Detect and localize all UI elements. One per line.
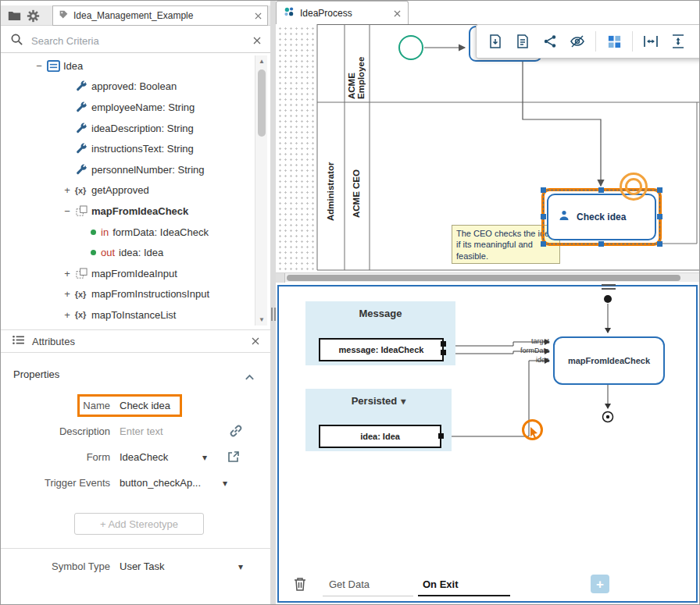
close-icon[interactable] xyxy=(252,334,259,348)
tab-on-exit[interactable]: On Exit xyxy=(423,578,459,590)
trigger-events-value[interactable]: button_checkAp... xyxy=(120,477,201,489)
scrollbar-thumb[interactable] xyxy=(258,69,266,137)
output-port[interactable] xyxy=(438,433,444,439)
form-dropdown-icon[interactable] xyxy=(202,451,207,463)
name-label: Name xyxy=(1,400,110,411)
tree-item-parameter[interactable]: out idea: Idea xyxy=(1,242,254,263)
script-icon: {x} xyxy=(73,186,88,195)
tab-get-data[interactable]: Get Data xyxy=(329,578,370,590)
tree-item-attribute[interactable]: instructionsText: String xyxy=(1,138,254,159)
lane-label-acme-employee[interactable]: ACME Employee xyxy=(348,30,365,99)
property-row-description: Description Enter text xyxy=(1,421,270,443)
collapse-icon[interactable]: − xyxy=(34,60,45,72)
name-value[interactable]: Check idea xyxy=(120,400,170,411)
persisted-item[interactable]: idea: Idea xyxy=(319,425,441,448)
selection-handle[interactable] xyxy=(598,241,604,247)
document-icon[interactable] xyxy=(513,32,532,51)
diagram-tab[interactable]: IdeaProcess xyxy=(276,1,409,24)
add-stereotype-button[interactable]: + Add Stereotype xyxy=(74,513,204,535)
output-port[interactable] xyxy=(441,341,446,347)
trigger-dropdown-icon[interactable] xyxy=(223,477,227,489)
fit-height-icon[interactable] xyxy=(669,32,688,51)
selection-handle[interactable] xyxy=(598,187,604,193)
scrollbar-thumb[interactable] xyxy=(287,275,680,281)
scroll-up-icon[interactable]: ▲ xyxy=(255,58,268,65)
layout-grid-icon[interactable] xyxy=(605,32,623,51)
expand-icon[interactable]: + xyxy=(62,268,73,279)
selection-handle[interactable] xyxy=(541,187,546,193)
tree-item-idea[interactable]: − Idea xyxy=(1,55,254,77)
right-panel: IdeaProcess xyxy=(276,1,700,605)
gear-icon[interactable] xyxy=(26,9,40,23)
selection-handle[interactable] xyxy=(657,241,662,247)
property-row-name: Name Check idea xyxy=(1,395,270,417)
description-field[interactable]: Enter text xyxy=(120,425,163,437)
link-icon[interactable] xyxy=(229,424,243,440)
wrench-icon xyxy=(74,143,88,155)
trash-icon[interactable] xyxy=(293,576,307,592)
expand-icon[interactable]: + xyxy=(62,288,73,300)
refresh-icon[interactable] xyxy=(696,32,700,51)
selection-handle[interactable] xyxy=(541,241,546,247)
canvas-horizontal-scrollbar[interactable] xyxy=(276,272,700,282)
clear-search-icon[interactable] xyxy=(253,34,261,48)
close-icon[interactable] xyxy=(394,6,401,20)
tree-item-operation[interactable]: + {x} mapFromInstructionsInput xyxy=(1,284,254,305)
property-row-trigger-events: Trigger Events button_checkAp... xyxy=(1,472,270,494)
property-row-form: Form IdeaCheck xyxy=(1,447,270,468)
mapping-icon xyxy=(74,267,88,279)
folder-icon[interactable] xyxy=(7,9,21,23)
pool-label-administrator[interactable]: Administrator xyxy=(322,140,339,243)
tree-item-attribute[interactable]: approved: Boolean xyxy=(1,77,254,98)
selection-handle[interactable] xyxy=(657,187,662,193)
wrench-icon xyxy=(74,122,88,134)
share-icon[interactable] xyxy=(541,32,559,51)
tree-item-label: Idea xyxy=(63,60,83,72)
tree-item-mapping[interactable]: − mapFromIdeaCheck xyxy=(1,201,254,222)
port-label-target: target xyxy=(509,337,549,345)
tree-item-operation[interactable]: + {x} mapToInstanceList xyxy=(1,304,254,326)
persisted-dropdown-icon[interactable] xyxy=(401,395,405,407)
tree-item-operation[interactable]: + {x} getApproved xyxy=(1,180,254,201)
bpmn-canvas[interactable]: ACME Employee Administrator ACME CEO The… xyxy=(276,24,700,272)
hide-icon[interactable] xyxy=(568,32,587,51)
collapse-icon[interactable]: − xyxy=(62,205,73,217)
user-task-check-idea[interactable]: Check idea xyxy=(547,194,656,240)
fit-width-icon[interactable] xyxy=(641,32,660,51)
lane-label-acme-ceo[interactable]: ACME CEO xyxy=(348,146,365,241)
symbol-type-value[interactable]: User Task xyxy=(120,561,165,572)
wrench-icon xyxy=(74,163,88,176)
export-document-icon[interactable] xyxy=(486,32,505,51)
tree-item-parameter[interactable]: in formData: IdeaCheck xyxy=(1,222,254,243)
tree-item-attribute[interactable]: employeeName: String xyxy=(1,97,254,118)
add-tab-button[interactable]: + xyxy=(591,575,609,593)
task-label: Check idea xyxy=(577,212,626,222)
expand-icon[interactable]: + xyxy=(62,184,73,196)
tree-scrollbar[interactable]: ▲ ▼ xyxy=(255,55,267,326)
tree-item-attribute[interactable]: personnelNumber: String xyxy=(1,159,254,180)
selection-handle[interactable] xyxy=(541,214,546,219)
tree-item-mapping[interactable]: + mapFromIdeaInput xyxy=(1,263,254,284)
class-icon xyxy=(46,59,60,72)
expand-icon[interactable]: + xyxy=(62,309,73,321)
tree-item-label: idea: Idea xyxy=(119,247,163,258)
message-item[interactable]: message: IdeaCheck xyxy=(319,338,444,361)
port-label-idea: idea xyxy=(509,356,549,364)
external-link-icon[interactable] xyxy=(227,450,240,465)
tree-item-attribute[interactable]: ideaDescription: String xyxy=(1,118,254,139)
chevron-up-icon[interactable] xyxy=(245,370,255,384)
close-icon[interactable] xyxy=(255,9,262,23)
mapping-node[interactable]: mapFromIdeaCheck xyxy=(553,336,665,385)
form-value[interactable]: IdeaCheck xyxy=(120,451,168,463)
direction-label: out xyxy=(101,247,115,258)
selection-handle[interactable] xyxy=(657,214,662,219)
output-port[interactable] xyxy=(441,350,446,355)
scroll-down-icon[interactable]: ▼ xyxy=(255,316,268,323)
model-tab[interactable]: Idea_Management_Example xyxy=(52,5,268,26)
direction-label: in xyxy=(101,226,109,238)
tree-item-label: approved: Boolean xyxy=(91,80,177,92)
search-input[interactable] xyxy=(31,35,245,47)
properties-section: Properties xyxy=(1,366,270,383)
symbol-type-dropdown-icon[interactable] xyxy=(238,561,243,572)
parameter-icon xyxy=(91,250,96,255)
